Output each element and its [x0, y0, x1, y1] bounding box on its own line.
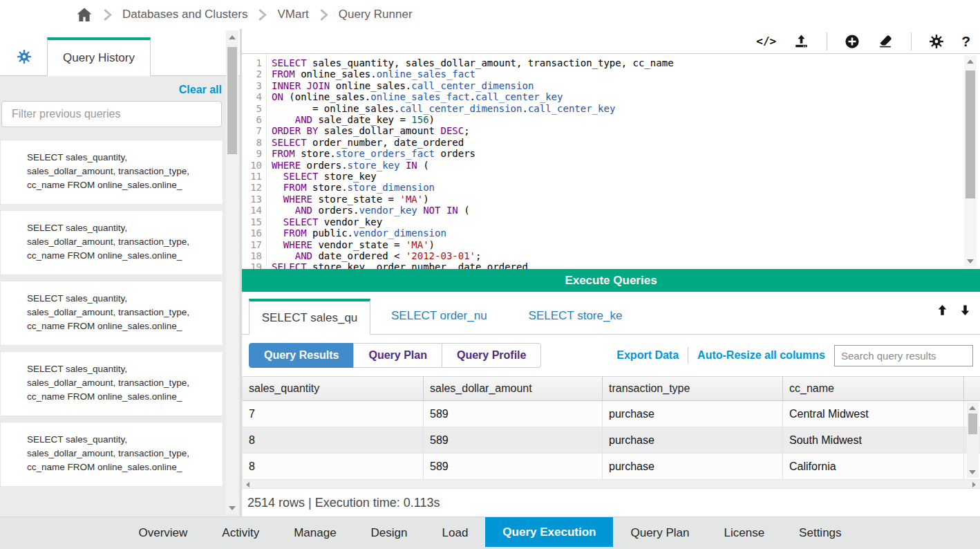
sidebar-scrollbar[interactable]: [226, 30, 238, 515]
sql-token: .: [470, 91, 475, 102]
subtab-query-results[interactable]: Query Results: [249, 343, 354, 368]
sql-token: ;: [464, 125, 469, 136]
column-header[interactable]: transaction_type: [603, 377, 783, 400]
scroll-up-arrow-icon[interactable]: [229, 35, 236, 39]
sql-token: '2012-03-01': [406, 250, 475, 261]
sql-token: vendor_state =: [312, 239, 406, 250]
export-data-link[interactable]: Export Data: [616, 349, 679, 362]
table-header-row: sales_quantitysales_dollar_amounttransac…: [242, 376, 980, 401]
execute-queries-button[interactable]: Execute Queries: [242, 269, 980, 292]
sql-token: sales_dollar_amount: [318, 125, 440, 136]
code-line: SELECT store_key, order_number, date_ord…: [272, 261, 963, 269]
chevron-right-icon: [103, 8, 112, 21]
table-row[interactable]: 7589purchaseCentral Midwest: [243, 401, 980, 427]
scroll-down-arrow-icon[interactable]: [967, 259, 974, 263]
tab-query-history[interactable]: Query History: [47, 37, 151, 76]
sql-token: online_sales_fact: [370, 91, 469, 102]
sql-token: orders.: [301, 160, 347, 171]
history-item[interactable]: SELECT sales_quantity, sales_dollar_amou…: [0, 422, 223, 487]
format-code-icon[interactable]: </>: [756, 35, 776, 48]
clear-all-link[interactable]: Clear all: [179, 84, 222, 96]
settings-gear-icon[interactable]: [929, 34, 944, 49]
sidebar-settings-gear-icon[interactable]: [17, 49, 32, 64]
search-results-input[interactable]: [834, 345, 973, 366]
line-number: 9: [242, 148, 266, 159]
sql-token: call_center_key: [475, 91, 563, 102]
move-up-arrow-icon[interactable]: [936, 304, 949, 317]
table-scrollbar-thumb[interactable]: [968, 413, 977, 434]
nav-item-query-execution[interactable]: Query Execution: [485, 517, 613, 547]
history-item[interactable]: SELECT sales_quantity, sales_dollar_amou…: [0, 281, 223, 346]
sql-token: [272, 194, 283, 205]
scroll-up-arrow-icon[interactable]: [967, 59, 974, 64]
nav-item-activity[interactable]: Activity: [205, 517, 276, 549]
editor-scrollbar[interactable]: [964, 55, 977, 268]
subtab-query-plan[interactable]: Query Plan: [353, 343, 442, 368]
sql-token: AND: [295, 114, 312, 125]
code-line: AND sale_date_key = 156): [272, 114, 963, 125]
scroll-right-arrow-icon[interactable]: [972, 482, 976, 487]
line-number: 11: [242, 171, 266, 182]
history-item-text: SELECT sales_quantity, sales_dollar_amou…: [27, 292, 196, 333]
sql-token: vendor_key: [318, 216, 382, 227]
history-item[interactable]: SELECT sales_quantity, sales_dollar_amou…: [0, 351, 223, 416]
history-item[interactable]: SELECT sales_quantity, sales_dollar_amou…: [0, 210, 223, 275]
history-item[interactable]: SELECT sales_quantity, sales_dollar_amou…: [0, 140, 223, 205]
sidebar: Query History Clear all SELECT sales_qua…: [0, 29, 240, 517]
clear-all-row: Clear all: [0, 76, 223, 101]
code-line: AND date_ordered < '2012-03-01';: [272, 250, 963, 261]
clear-editor-eraser-icon[interactable]: [877, 34, 894, 49]
table-row[interactable]: 8589purchaseSouth Midwest: [243, 427, 980, 454]
add-query-icon[interactable]: [845, 34, 860, 49]
sidebar-scrollbar-thumb[interactable]: [227, 47, 237, 154]
column-header[interactable]: sales_dollar_amount: [424, 377, 603, 400]
result-tab[interactable]: SELECT sales_qu: [249, 299, 370, 335]
nav-item-load[interactable]: Load: [425, 517, 486, 549]
table-cell: 589: [424, 401, 603, 427]
table-horizontal-scrollbar[interactable]: [242, 480, 980, 489]
breadcrumb-item[interactable]: Query Runner: [339, 8, 413, 21]
breadcrumb-item[interactable]: VMart: [277, 8, 308, 21]
filter-queries-input[interactable]: [1, 101, 222, 127]
nav-item-manage[interactable]: Manage: [276, 517, 353, 549]
line-number: 12: [242, 182, 266, 193]
column-header[interactable]: sales_quantity: [243, 377, 424, 400]
line-number: 14: [242, 205, 266, 216]
auto-resize-columns-link[interactable]: Auto-Resize all columns: [697, 349, 825, 362]
main-panel: </> ? 12345678910111213141516171819 SELE…: [242, 29, 980, 517]
home-icon[interactable]: [76, 7, 93, 23]
upload-icon[interactable]: [793, 34, 809, 49]
column-header[interactable]: cc_name: [783, 377, 964, 400]
table-row[interactable]: 8589purchaseCalifornia: [243, 454, 980, 480]
sql-token: [272, 171, 283, 182]
scroll-left-arrow-icon[interactable]: [246, 482, 249, 487]
move-down-arrow-icon[interactable]: [959, 304, 972, 317]
history-item-text: SELECT sales_quantity, sales_dollar_amou…: [27, 433, 196, 474]
breadcrumb-item[interactable]: Databases and Clusters: [122, 8, 247, 21]
editor-scrollbar-thumb[interactable]: [965, 71, 975, 198]
sql-editor[interactable]: 12345678910111213141516171819 SELECT sal…: [242, 54, 980, 269]
code-line: SELECT store_key: [272, 171, 963, 182]
scroll-down-arrow-icon[interactable]: [229, 506, 236, 510]
result-tab[interactable]: SELECT store_ke: [508, 298, 643, 334]
sql-token: online_sales.: [295, 68, 377, 80]
help-icon[interactable]: ?: [961, 33, 970, 50]
sql-token: store_key: [318, 171, 376, 182]
nav-item-settings[interactable]: Settings: [782, 517, 858, 549]
chevron-right-icon: [258, 8, 267, 21]
sql-token: order_number, date_ordered: [307, 137, 464, 148]
result-tab[interactable]: SELECT order_nu: [370, 298, 508, 334]
scroll-down-arrow-icon[interactable]: [969, 470, 976, 474]
nav-item-design[interactable]: Design: [354, 517, 425, 549]
nav-item-overview[interactable]: Overview: [121, 517, 205, 549]
history-item-text: SELECT sales_quantity, sales_dollar_amou…: [27, 151, 196, 192]
scroll-up-arrow-icon[interactable]: [969, 406, 976, 410]
sql-token: ): [429, 114, 435, 125]
table-scrollbar[interactable]: [967, 402, 979, 478]
subtab-query-profile[interactable]: Query Profile: [442, 343, 541, 368]
nav-item-query-plan[interactable]: Query Plan: [613, 517, 706, 549]
sql-token: WHERE: [283, 194, 312, 205]
nav-item-license[interactable]: License: [707, 517, 782, 549]
sql-token: 'MA': [406, 239, 429, 250]
sql-token: store_state =: [312, 194, 399, 205]
